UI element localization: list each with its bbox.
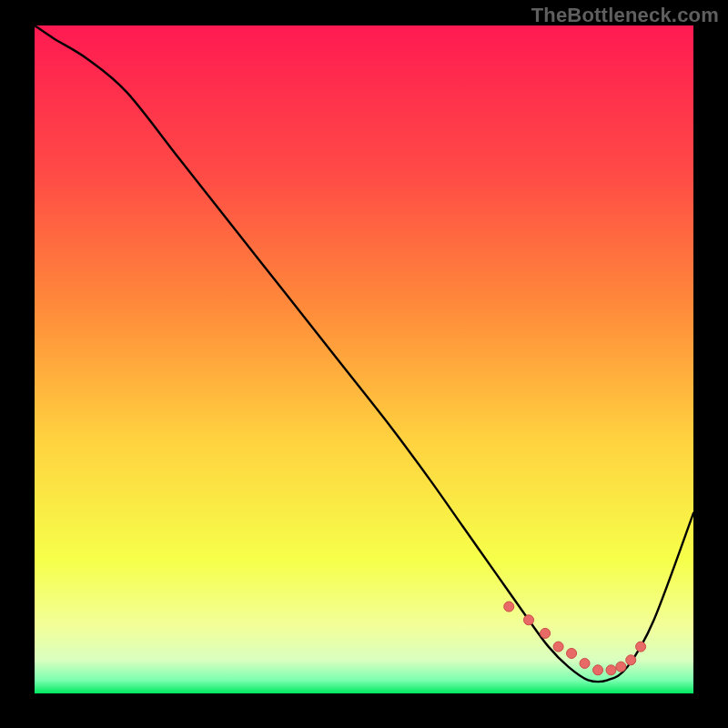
chart-frame: TheBottleneck.com <box>0 0 728 728</box>
gradient-background <box>35 25 693 693</box>
marker-dot <box>616 662 626 672</box>
marker-dot <box>636 642 646 652</box>
marker-dot <box>553 642 563 652</box>
watermark-text: TheBottleneck.com <box>531 4 719 27</box>
marker-dot <box>567 648 577 658</box>
marker-dot <box>593 665 603 675</box>
marker-dot <box>541 628 551 638</box>
marker-dot <box>580 658 590 668</box>
marker-dot <box>524 615 534 625</box>
marker-dot <box>504 602 514 612</box>
plot-area <box>35 25 693 693</box>
marker-dot <box>626 655 636 665</box>
chart-svg <box>35 25 693 693</box>
marker-dot <box>606 665 616 675</box>
